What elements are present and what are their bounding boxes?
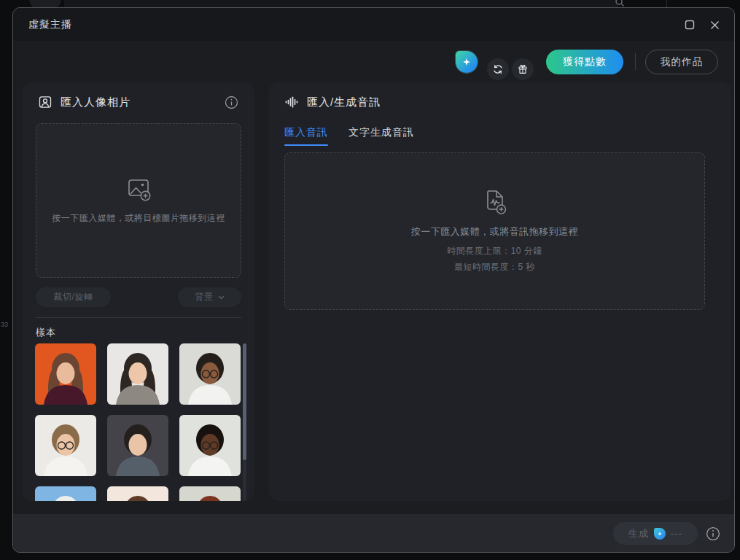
gift-button[interactable] (512, 58, 534, 80)
gift-icon (517, 63, 529, 75)
photo-dropzone-text: 按一下匯入媒體，或將目標圖片拖移到這裡 (52, 212, 225, 225)
panel-divider (36, 317, 241, 318)
backdrop-timeline-number: 33 (1, 321, 8, 328)
my-works-button[interactable]: 我的作品 (645, 50, 718, 74)
portrait-card-icon (38, 95, 52, 109)
sample-portrait[interactable] (107, 415, 168, 476)
sample-portrait[interactable] (107, 486, 168, 501)
sample-portrait[interactable] (35, 415, 96, 476)
sample-portrait[interactable] (107, 343, 168, 405)
samples-label: 樣本 (36, 326, 56, 339)
sample-portrait[interactable] (35, 486, 96, 501)
audio-panel: 匯入/生成音訊 匯入音訊 文字生成音訊 按一下匯入媒體，或將音訊拖移到這裡 時間… (269, 82, 731, 501)
import-portrait-panel: 匯入人像相片 按一下匯入媒體，或將目標圖片拖移到這裡 (23, 82, 254, 501)
waveform-icon (284, 95, 299, 109)
credit-cost-icon (654, 528, 666, 540)
topbar-divider (635, 53, 636, 70)
photo-dropzone[interactable]: 按一下匯入媒體，或將目標圖片拖移到這裡 (36, 123, 241, 278)
sample-portrait[interactable] (179, 486, 241, 501)
credit-cost-value: --- (671, 528, 682, 539)
image-plus-icon (125, 177, 152, 202)
sparkle-star-icon (657, 531, 663, 537)
sample-portrait[interactable] (179, 415, 241, 476)
credits-badge[interactable] (456, 51, 478, 73)
sample-portrait[interactable] (35, 343, 96, 405)
refresh-icon (492, 63, 504, 75)
generate-button[interactable]: 生成 --- (613, 522, 698, 545)
dialog-title: 虛擬主播 (28, 18, 72, 31)
maximize-button[interactable] (682, 17, 698, 33)
portrait-panel-header: 匯入人像相片 (38, 95, 131, 109)
samples-scrollbar-track[interactable] (243, 343, 246, 501)
virtual-anchor-dialog: 虛擬主播 (12, 7, 735, 553)
close-icon (709, 20, 720, 31)
chevron-down-icon (218, 295, 225, 300)
search-icon (615, 0, 625, 7)
samples-scrollbar-thumb[interactable] (243, 343, 246, 460)
get-credits-button[interactable]: 獲得點數 (546, 50, 623, 74)
sample-portrait[interactable] (179, 343, 241, 405)
audio-file-plus-icon (483, 189, 507, 215)
audio-panel-title: 匯入/生成音訊 (307, 96, 381, 109)
audio-max-duration: 時間長度上限：10 分鐘 (447, 245, 542, 257)
tab-text-to-audio[interactable]: 文字生成音訊 (348, 126, 414, 146)
sparkle-star-icon (461, 57, 472, 67)
info-icon (225, 96, 238, 109)
audio-dropzone[interactable]: 按一下匯入媒體，或將音訊拖移到這裡 時間長度上限：10 分鐘 最短時間長度：5 … (284, 152, 705, 310)
tab-import-audio[interactable]: 匯入音訊 (284, 126, 328, 146)
crop-rotate-button[interactable]: 裁切/旋轉 (36, 287, 111, 307)
dialog-footer: 生成 --- (13, 513, 734, 552)
audio-dropzone-text: 按一下匯入媒體，或將音訊拖移到這裡 (411, 225, 579, 238)
audio-min-duration: 最短時間長度：5 秒 (454, 261, 535, 273)
backdrop-strip (64, 0, 618, 7)
generate-button-label: 生成 (628, 527, 649, 540)
portrait-info-button[interactable] (225, 96, 238, 112)
audio-tabs: 匯入音訊 文字生成音訊 (284, 126, 414, 146)
audio-panel-header: 匯入/生成音訊 (284, 95, 381, 109)
background-button-label: 背景 (195, 291, 214, 303)
dialog-titlebar: 虛擬主播 (13, 8, 734, 41)
background-button[interactable]: 背景 (178, 287, 241, 307)
footer-info-button[interactable] (706, 526, 720, 544)
info-icon (706, 526, 720, 541)
screen: 33 虛擬主播 (0, 0, 740, 560)
maximize-icon (684, 19, 696, 31)
backdrop-divider (666, 0, 667, 7)
refresh-button[interactable] (487, 58, 509, 80)
portrait-panel-title: 匯入人像相片 (61, 96, 131, 109)
close-button[interactable] (706, 17, 723, 33)
